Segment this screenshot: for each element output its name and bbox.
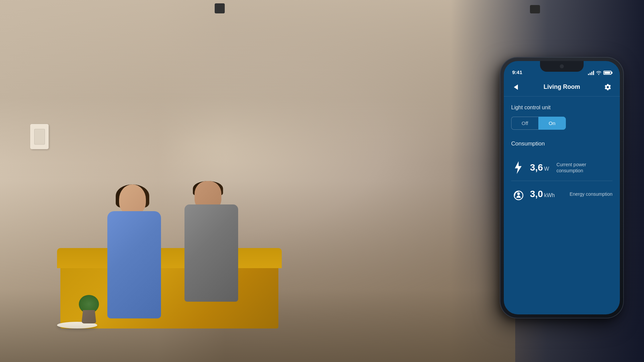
man-body [184,204,238,302]
app-title: Living Room [544,83,580,90]
energy-meter-svg [512,188,525,201]
app-header: Living Room [504,78,620,97]
power-consumption-row: 3,6W Current power consumption [511,155,612,181]
front-camera [560,64,564,68]
status-icons [588,70,611,75]
person-man [181,181,241,302]
toggle-on-button[interactable]: On [538,117,566,130]
signal-icon [588,70,594,75]
energy-unit: kWh [544,192,555,198]
signal-bar-4 [593,71,594,75]
woman-body [107,211,161,318]
energy-label: Energy consumption [566,191,612,197]
back-chevron-icon [514,84,518,90]
energy-meter-icon [512,188,524,200]
back-button[interactable] [511,82,521,93]
battery-fill [604,72,610,74]
power-value-container: 3,6W [530,162,549,173]
ceiling-spotlight-2 [530,5,540,13]
power-value: 3,6 [530,162,543,173]
power-toggle: Off On [511,117,612,130]
app-content: Light control unit Off On Consumption [504,97,620,314]
plant-pot [82,310,96,323]
phone-frame: 9:41 [500,57,624,318]
phone-screen: 9:41 [504,61,620,314]
signal-bar-1 [588,74,589,75]
energy-consumption-row: 3,0kWh Energy consumption [511,181,612,207]
svg-point-1 [517,192,520,195]
wifi-icon [596,70,601,75]
signal-bar-3 [591,72,592,75]
ceiling-spotlight-1 [215,3,225,13]
status-time: 9:41 [512,69,522,75]
energy-value-container: 3,0kWh [530,189,555,199]
battery-icon [603,71,611,75]
lightning-icon [514,161,523,174]
energy-value: 3,0 [530,189,543,199]
person-woman [101,184,168,318]
phone-notch [540,61,584,72]
lightning-icon-container [511,161,525,175]
wall-light-switch [30,124,49,149]
settings-button[interactable] [602,82,613,93]
toggle-off-button[interactable]: Off [511,117,538,130]
consumption-section-title: Consumption [511,140,612,147]
signal-bar-2 [590,73,591,75]
woman-head [119,184,146,215]
energy-meter-icon-container [511,187,525,201]
power-label: Current power consumption [553,162,612,174]
power-unit: W [544,166,549,172]
plant [79,297,99,323]
phone-device: 9:41 [500,57,624,318]
light-control-title: Light control unit [511,105,612,111]
gear-icon [604,83,611,91]
